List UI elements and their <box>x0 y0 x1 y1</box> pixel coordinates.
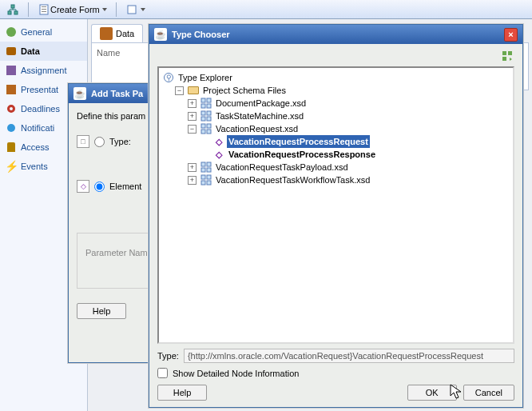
svg-rect-26 <box>207 168 211 172</box>
show-detail-label: Show Detailed Node Information <box>173 369 299 378</box>
type-field-label: Type: <box>157 351 179 361</box>
type-radio[interactable] <box>94 137 105 147</box>
structure-icon <box>6 3 19 16</box>
svg-rect-24 <box>207 162 211 166</box>
svg-rect-0 <box>11 5 14 8</box>
type-chooser-titlebar[interactable]: ☕ Type Chooser × <box>149 25 522 44</box>
toolbar-separator <box>28 2 29 17</box>
svg-rect-5 <box>42 9 46 10</box>
expander[interactable]: − <box>188 125 197 134</box>
expander-blank <box>200 138 209 146</box>
type-tree[interactable]: ⚲ Type Explorer − Project Schema Files + <box>157 66 514 344</box>
expander[interactable]: + <box>188 176 197 185</box>
svg-rect-17 <box>201 117 205 121</box>
type-chooser-dialog: ☕ Type Chooser × ⚲ Type Explorer <box>149 24 523 408</box>
overflow-icon <box>125 3 138 16</box>
svg-rect-1 <box>8 11 11 14</box>
sidebar-item-general[interactable]: General <box>0 22 87 42</box>
xsd-file-node[interactable]: TaskStateMachine.xsd <box>214 110 305 122</box>
element-node[interactable]: VacationRequestProcessRequest <box>227 135 370 148</box>
ok-button[interactable]: OK <box>407 385 457 401</box>
refresh-icon[interactable] <box>502 50 514 63</box>
svg-rect-2 <box>14 11 18 14</box>
notification-icon <box>7 124 15 132</box>
create-form-button[interactable]: Create Form <box>34 2 110 18</box>
type-chooser-toolbar <box>157 50 514 63</box>
folder-icon <box>187 84 200 97</box>
svg-rect-8 <box>502 51 506 55</box>
element-node[interactable]: VacationRequestProcessResponse <box>227 148 377 161</box>
element-radio[interactable] <box>94 182 105 192</box>
java-icon: ☕ <box>154 28 167 41</box>
svg-rect-15 <box>201 111 205 115</box>
svg-rect-11 <box>201 98 205 102</box>
xsd-icon <box>200 122 212 135</box>
svg-rect-4 <box>42 6 46 7</box>
overflow-button[interactable] <box>122 2 149 18</box>
svg-rect-12 <box>207 98 211 102</box>
svg-rect-14 <box>207 104 211 108</box>
general-icon <box>6 27 16 37</box>
xsd-file-node[interactable]: VacationRequestTaskPayload.xsd <box>214 161 350 174</box>
svg-rect-10 <box>502 57 506 61</box>
svg-rect-29 <box>201 181 205 185</box>
type-radio-label: Type: <box>109 137 131 146</box>
access-icon <box>7 142 15 152</box>
svg-rect-7 <box>128 6 136 14</box>
svg-rect-28 <box>207 175 211 179</box>
tab-data[interactable]: Data <box>91 24 143 42</box>
type-field[interactable] <box>184 349 514 363</box>
add-help-button[interactable]: Help <box>77 303 126 319</box>
search-icon: ⚲ <box>162 71 175 84</box>
sidebar-item-data[interactable]: Data <box>0 42 87 61</box>
cancel-button[interactable]: Cancel <box>463 385 514 401</box>
help-button[interactable]: Help <box>157 385 207 401</box>
expander-blank <box>200 150 209 159</box>
events-icon: ⚡ <box>5 160 18 173</box>
svg-rect-22 <box>207 130 211 134</box>
dropdown-icon <box>102 8 107 11</box>
svg-rect-13 <box>201 104 205 108</box>
svg-rect-20 <box>207 124 211 128</box>
element-icon: ◇ <box>212 135 225 148</box>
toolbar-separator <box>116 2 117 17</box>
xsd-file-node[interactable]: VacationRequestTaskWorkflowTask.xsd <box>214 174 371 186</box>
expander[interactable]: + <box>188 99 197 108</box>
svg-rect-25 <box>201 168 205 172</box>
expander[interactable]: + <box>188 163 197 172</box>
xsd-icon <box>200 174 212 186</box>
tab-icon <box>100 27 113 40</box>
type-chooser-title: Type Chooser <box>172 30 230 39</box>
xsd-icon <box>200 110 212 122</box>
expander[interactable]: − <box>175 86 184 95</box>
svg-rect-21 <box>201 130 205 134</box>
xsd-icon <box>200 97 212 110</box>
dropdown-icon <box>141 8 145 11</box>
assignment-icon <box>6 66 16 75</box>
project-folder-node[interactable]: Project Schema Files <box>201 84 288 97</box>
main-toolbar: Create Form <box>0 0 532 19</box>
expander[interactable]: + <box>188 112 197 121</box>
svg-rect-23 <box>201 162 205 166</box>
svg-rect-18 <box>207 117 211 121</box>
xsd-icon <box>200 161 212 174</box>
create-form-label: Create Form <box>50 5 100 14</box>
structure-button[interactable] <box>3 2 22 18</box>
sidebar-item-assignment[interactable]: Assignment <box>0 61 87 80</box>
name-column-header: Name <box>97 48 120 58</box>
svg-rect-6 <box>42 11 46 12</box>
element-diamond-icon: ◇ <box>77 180 89 193</box>
form-icon <box>38 3 50 16</box>
xsd-file-node[interactable]: DocumentPackage.xsd <box>214 97 308 110</box>
element-icon: ◇ <box>212 148 225 161</box>
svg-rect-19 <box>201 124 205 128</box>
type-square-icon: □ <box>77 135 89 148</box>
tree-root[interactable]: Type Explorer <box>177 71 234 84</box>
show-detail-checkbox[interactable] <box>157 368 168 378</box>
xsd-file-node[interactable]: VacationRequest.xsd <box>214 122 300 135</box>
element-radio-label: Element <box>109 182 141 191</box>
close-button[interactable]: × <box>504 28 518 42</box>
presentation-icon <box>6 85 16 94</box>
svg-rect-9 <box>508 51 512 55</box>
java-icon: ☕ <box>73 87 86 100</box>
